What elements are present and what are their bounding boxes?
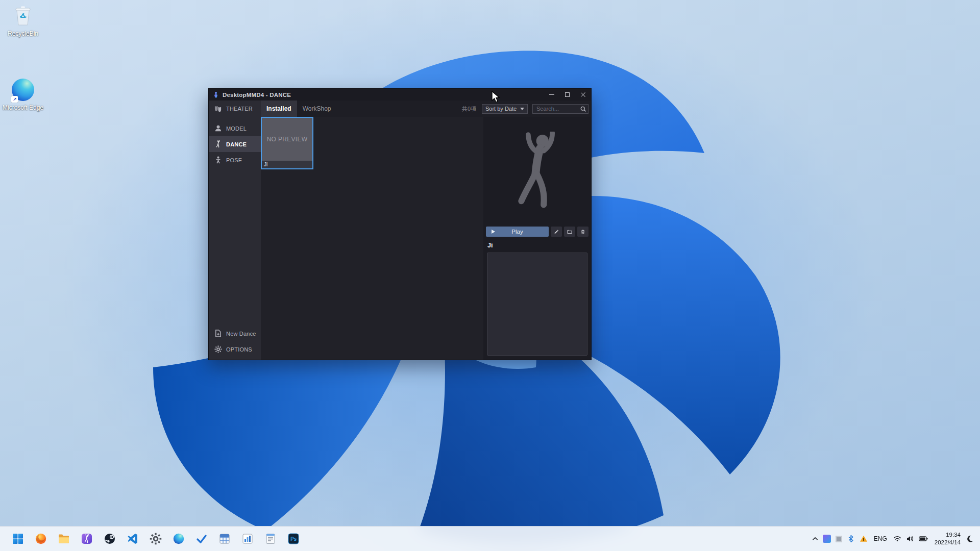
search-icon[interactable] bbox=[580, 106, 586, 112]
pencil-icon bbox=[554, 229, 559, 235]
settings-gear-icon bbox=[150, 533, 162, 545]
chevron-down-icon bbox=[520, 108, 524, 110]
photoshop-icon: Ps bbox=[287, 533, 300, 545]
open-folder-button[interactable] bbox=[564, 227, 575, 237]
taskbar-firefox[interactable] bbox=[31, 529, 51, 549]
desktop-icon-label: RecycleBin bbox=[8, 30, 38, 38]
minimize-icon bbox=[549, 94, 554, 95]
edit-button[interactable] bbox=[551, 227, 562, 237]
file-explorer-icon bbox=[58, 533, 70, 545]
taskbar-grid-app[interactable] bbox=[214, 529, 235, 549]
battery-icon[interactable] bbox=[919, 536, 928, 542]
notepad-icon bbox=[264, 533, 277, 545]
desktopmmd-icon bbox=[81, 533, 93, 545]
search-box bbox=[532, 104, 589, 114]
window-titlebar[interactable]: DesktopMMD4 - DANCE bbox=[209, 89, 591, 101]
steam-icon bbox=[104, 533, 116, 545]
item-count: 共0项 bbox=[462, 105, 476, 113]
wifi-icon[interactable] bbox=[893, 535, 901, 543]
warning-icon[interactable] bbox=[860, 535, 868, 543]
detail-preview bbox=[483, 117, 591, 227]
sidebar-item-new-dance[interactable]: New Dance bbox=[209, 325, 261, 341]
maximize-button[interactable] bbox=[559, 89, 575, 101]
desktop-icon-label: Microsoft Edge bbox=[3, 104, 43, 112]
todo-check-icon bbox=[195, 533, 208, 545]
desktopmmd-window: DesktopMMD4 - DANCE THEATER MODEL bbox=[208, 88, 592, 360]
tab-label: Installed bbox=[266, 105, 291, 112]
clock-time: 19:34 bbox=[935, 531, 961, 539]
grid-app-icon bbox=[218, 533, 231, 545]
sidebar-item-label: POSE bbox=[226, 157, 242, 163]
sidebar-item-label: New Dance bbox=[226, 331, 256, 337]
firefox-icon bbox=[35, 533, 47, 545]
taskbar-photoshop[interactable]: Ps bbox=[283, 529, 304, 549]
play-icon bbox=[492, 230, 495, 234]
sidebar-item-dance[interactable]: DANCE bbox=[209, 136, 261, 152]
taskbar-desktopmmd[interactable] bbox=[77, 529, 97, 549]
model-icon bbox=[214, 124, 222, 132]
play-button[interactable]: Play bbox=[486, 227, 549, 237]
visual-studio-icon bbox=[127, 533, 139, 545]
sidebar-item-label: OPTIONS bbox=[226, 346, 252, 353]
trash-icon bbox=[580, 229, 585, 235]
desktop-icon-recycle-bin[interactable]: RecycleBin bbox=[0, 4, 46, 38]
maximize-icon bbox=[565, 92, 570, 97]
folder-icon bbox=[567, 229, 572, 235]
volume-icon[interactable] bbox=[906, 535, 914, 543]
close-button[interactable] bbox=[575, 89, 591, 101]
minimize-button[interactable] bbox=[544, 89, 559, 101]
windows-logo-icon bbox=[12, 533, 24, 545]
recycle-bin-icon bbox=[11, 4, 35, 28]
sidebar-item-options[interactable]: OPTIONS bbox=[209, 341, 261, 357]
tray-app-icon[interactable] bbox=[823, 535, 831, 543]
chart-app-icon bbox=[241, 533, 254, 545]
sidebar-item-pose[interactable]: POSE bbox=[209, 152, 261, 168]
pose-icon bbox=[214, 156, 222, 164]
tray-expand-chevron-icon[interactable] bbox=[812, 537, 818, 541]
taskbar-visual-studio[interactable] bbox=[122, 529, 143, 549]
card-preview-text: NO PREVIEW bbox=[262, 118, 312, 161]
dance-icon bbox=[214, 140, 222, 148]
delete-button[interactable] bbox=[577, 227, 589, 237]
taskbar-todo[interactable] bbox=[191, 529, 212, 549]
taskbar-file-explorer[interactable] bbox=[54, 529, 74, 549]
app-logo-icon bbox=[212, 91, 219, 98]
sidebar-item-label: MODEL bbox=[226, 126, 247, 132]
taskbar-edge[interactable] bbox=[168, 529, 189, 549]
dancer-figure-icon bbox=[506, 132, 569, 212]
sidebar: THEATER MODEL DANCE POSE bbox=[209, 101, 261, 360]
dance-item-card[interactable]: NO PREVIEW Ji bbox=[261, 117, 313, 169]
sort-dropdown[interactable]: Sort by Date bbox=[482, 104, 528, 114]
window-title: DesktopMMD4 - DANCE bbox=[223, 92, 291, 98]
card-title: Ji bbox=[262, 161, 312, 168]
bluetooth-icon[interactable] bbox=[847, 535, 855, 543]
sidebar-item-label: THEATER bbox=[226, 106, 253, 112]
desktop: RecycleBin ↗ Microsoft Edge DesktopMMD4 … bbox=[0, 0, 980, 551]
gear-icon bbox=[214, 345, 222, 353]
tab-installed[interactable]: Installed bbox=[261, 101, 297, 117]
library-header: Installed WorkShop 共0项 Sort by Date bbox=[261, 101, 591, 117]
sidebar-item-theater[interactable]: THEATER bbox=[209, 101, 261, 117]
language-indicator[interactable]: ENG bbox=[872, 535, 889, 542]
close-icon bbox=[580, 92, 586, 97]
new-dance-icon bbox=[214, 330, 222, 337]
tray-window-icon[interactable] bbox=[836, 536, 842, 542]
start-button[interactable] bbox=[8, 529, 28, 549]
photoshop-label: Ps bbox=[290, 536, 297, 542]
desktop-icon-microsoft-edge[interactable]: ↗ Microsoft Edge bbox=[0, 78, 46, 112]
moon-icon[interactable] bbox=[965, 535, 973, 543]
sidebar-item-model[interactable]: MODEL bbox=[209, 120, 261, 136]
edge-icon bbox=[173, 533, 185, 545]
dance-library-grid: NO PREVIEW Ji bbox=[261, 117, 483, 360]
taskbar-clock[interactable]: 19:34 2022/4/14 bbox=[935, 531, 961, 546]
taskbar-chart-app[interactable] bbox=[237, 529, 258, 549]
search-input[interactable] bbox=[535, 105, 580, 112]
sidebar-item-label: DANCE bbox=[226, 141, 247, 147]
description-box bbox=[487, 253, 587, 356]
detail-panel: Play Ji bbox=[483, 117, 591, 360]
tab-label: WorkShop bbox=[303, 105, 331, 112]
taskbar-steam[interactable] bbox=[100, 529, 120, 549]
taskbar-settings[interactable] bbox=[145, 529, 166, 549]
taskbar-notepad[interactable] bbox=[260, 529, 281, 549]
tab-workshop[interactable]: WorkShop bbox=[297, 101, 337, 117]
